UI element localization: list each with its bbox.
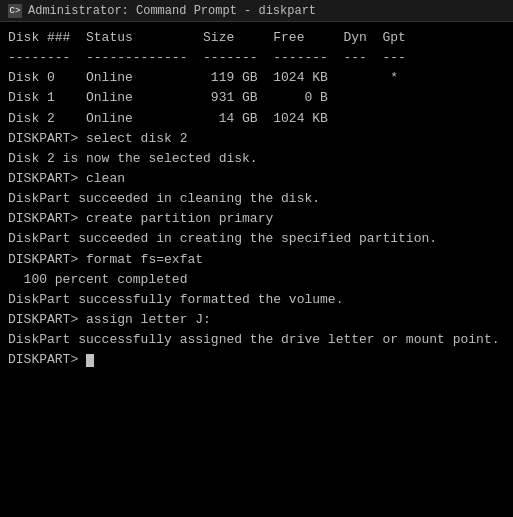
prompt6: DISKPART> [8,350,505,370]
disk0: Disk 0 Online 119 GB 1024 KB * [8,68,505,88]
disk2: Disk 2 Online 14 GB 1024 KB [8,109,505,129]
cmd-icon: C> [8,4,22,18]
disk-header: Disk ### Status Size Free Dyn Gpt [8,28,505,48]
title-bar: C> Administrator: Command Prompt - diskp… [0,0,513,22]
cursor [86,354,94,367]
window-title: Administrator: Command Prompt - diskpart [28,4,316,18]
prompt2: DISKPART> clean [8,169,505,189]
prompt1: DISKPART> select disk 2 [8,129,505,149]
msg3: DiskPart succeeded in creating the speci… [8,229,505,249]
prompt3: DISKPART> create partition primary [8,209,505,229]
prompt4: DISKPART> format fs=exfat [8,250,505,270]
msg5: DiskPart successfully formatted the volu… [8,290,505,310]
msg6: DiskPart successfully assigned the drive… [8,330,505,350]
msg4: 100 percent completed [8,270,505,290]
disk1: Disk 1 Online 931 GB 0 B [8,88,505,108]
terminal-area: Disk ### Status Size Free Dyn Gpt-------… [0,22,513,517]
msg2: DiskPart succeeded in cleaning the disk. [8,189,505,209]
disk-sep: -------- ------------- ------- ------- -… [8,48,505,68]
msg1: Disk 2 is now the selected disk. [8,149,505,169]
prompt5: DISKPART> assign letter J: [8,310,505,330]
